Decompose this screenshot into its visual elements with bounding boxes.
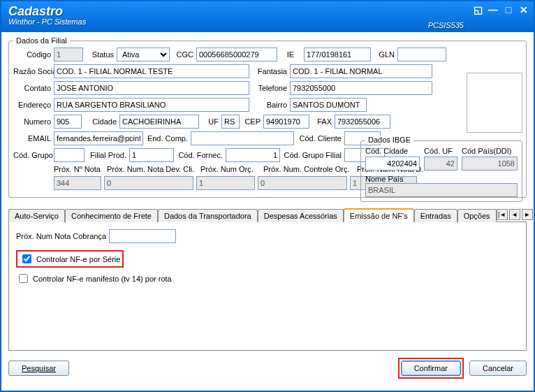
restore-icon[interactable]: ◱ bbox=[472, 4, 483, 15]
cgc-input[interactable] bbox=[196, 48, 277, 61]
label-gln: GLN bbox=[374, 50, 395, 59]
coduf-input[interactable] bbox=[424, 157, 457, 170]
close-icon[interactable]: ✕ bbox=[518, 4, 529, 15]
window-subtitle: Winthor - PC Sistemas bbox=[8, 17, 86, 26]
label-coduf: Cód. UF bbox=[424, 147, 457, 155]
gln-input[interactable] bbox=[397, 48, 446, 61]
tab-emissao-nf[interactable]: Emissão de NF's bbox=[344, 208, 414, 222]
titlebar: Cadastro Winthor - PC Sistemas PCSIS535 … bbox=[1, 1, 534, 32]
ie-input[interactable] bbox=[304, 48, 371, 61]
label-fantasia: Fantasia bbox=[252, 67, 287, 75]
endcomp-input[interactable] bbox=[191, 131, 294, 145]
fantasia-input[interactable] bbox=[290, 64, 432, 78]
tab-transportadora[interactable]: Dados da Transportadora bbox=[158, 209, 258, 222]
uf-input[interactable] bbox=[221, 115, 240, 129]
label-cep: CEP bbox=[242, 117, 261, 126]
label-status: Status bbox=[86, 50, 114, 59]
proxdev-input[interactable] bbox=[104, 176, 193, 190]
label-cidade: Cidade bbox=[85, 117, 117, 126]
label-proxnota: Próx. Nº Nota bbox=[54, 165, 104, 173]
label-codgrupofilial: Cód. Grupo Filial bbox=[283, 151, 342, 159]
label-proxorc: Próx. Num Orç. bbox=[200, 165, 261, 173]
proxnota-input[interactable] bbox=[54, 176, 101, 190]
tab-scroll-left-icon[interactable]: ◄ bbox=[509, 209, 520, 220]
label-nomepais: Nome País bbox=[365, 175, 403, 183]
fax-input[interactable] bbox=[335, 115, 390, 129]
tab-scroll-right-icon[interactable]: ► bbox=[522, 209, 533, 220]
tab-entradas[interactable]: Entradas bbox=[414, 209, 457, 222]
codpais-input[interactable] bbox=[462, 157, 518, 170]
label-numero: Numero bbox=[13, 117, 51, 126]
cep-input[interactable] bbox=[263, 115, 309, 129]
chk-controlar-serie-label: Controlar NF-e por Série bbox=[36, 255, 120, 263]
label-codpais: Cód País(DDI) bbox=[462, 147, 518, 155]
dados-ibge-box: Dados IBGE Cód. Cidade Cód. UF Cód País(… bbox=[360, 140, 522, 202]
label-codigo: Código bbox=[13, 50, 51, 59]
tab-conhecimento[interactable]: Conhecimento de Frete bbox=[65, 209, 158, 222]
label-codfornec: Cód. Fornec. bbox=[177, 151, 223, 159]
window-code: PCSIS535 bbox=[428, 21, 464, 29]
razao-input[interactable] bbox=[54, 64, 249, 78]
label-razao: Razão Social bbox=[13, 67, 51, 75]
tab-autoservico[interactable]: Auto-Serviço bbox=[8, 209, 65, 222]
chk-controlar-serie[interactable] bbox=[22, 254, 31, 263]
label-codgrupo: Cód. Grupo bbox=[13, 151, 51, 159]
pesquisar-button[interactable]: Pesquisar bbox=[8, 361, 69, 376]
label-endcomp: End. Comp. bbox=[146, 134, 188, 143]
label-bairro: Bairro bbox=[252, 101, 287, 109]
minimize-icon[interactable]: — bbox=[488, 4, 499, 15]
email-input[interactable] bbox=[54, 131, 143, 145]
label-ie: IE bbox=[280, 50, 301, 59]
label-cgc: CGC bbox=[173, 50, 193, 59]
chk-manifesto-row[interactable]: Controlar NF-e manifesto (tv 14) por rot… bbox=[16, 272, 519, 285]
confirmar-button[interactable]: Confirmar bbox=[401, 361, 461, 376]
cidade-input[interactable] bbox=[119, 115, 199, 129]
status-select[interactable]: Ativa bbox=[117, 48, 170, 61]
tab-despesas[interactable]: Despesas Acessórias bbox=[258, 209, 344, 222]
label-contato: Contato bbox=[13, 84, 51, 92]
codigo-input[interactable] bbox=[54, 48, 83, 61]
nomepais-input[interactable] bbox=[365, 183, 518, 197]
chk-controlar-serie-row[interactable]: Controlar NF-e por Série bbox=[16, 250, 124, 268]
logo-placeholder bbox=[467, 73, 522, 133]
proxorc-input[interactable] bbox=[196, 176, 255, 190]
fieldset-legend: Dados da Filial bbox=[13, 36, 70, 45]
tab-strip: Auto-Serviço Conhecimento de Frete Dados… bbox=[8, 208, 527, 222]
window-title: Cadastro bbox=[8, 4, 86, 19]
ibge-legend: Dados IBGE bbox=[365, 136, 413, 144]
maximize-icon[interactable]: □ bbox=[503, 4, 514, 15]
label-fax: FAX bbox=[312, 117, 332, 126]
endereco-input[interactable] bbox=[54, 98, 249, 112]
codgrupo-input[interactable] bbox=[54, 148, 85, 162]
label-proxdev: Próx. Num. Nota Dev. Cli. bbox=[107, 165, 198, 173]
codcidade-input[interactable] bbox=[365, 157, 420, 170]
bairro-input[interactable] bbox=[290, 98, 367, 112]
label-endereco: Endereço bbox=[13, 101, 51, 109]
tab-opcoes[interactable]: Opções bbox=[457, 209, 497, 222]
numero-input[interactable] bbox=[54, 115, 82, 129]
filialprod-input[interactable] bbox=[129, 148, 174, 162]
app-window: Cadastro Winthor - PC Sistemas PCSIS535 … bbox=[0, 0, 535, 392]
chk-manifesto-label: Controlar NF-e manifesto (tv 14) por rot… bbox=[33, 275, 172, 283]
cancelar-button[interactable]: Cancelar bbox=[469, 361, 527, 376]
tab-scroll-first-icon[interactable]: |◄ bbox=[497, 209, 508, 220]
label-uf: UF bbox=[202, 117, 219, 126]
label-filialprod: Filial Prod. bbox=[87, 151, 126, 159]
label-prox-cobranca: Próx. Num Nota Cobrança bbox=[16, 232, 106, 240]
tab-body-emissao: Próx. Num Nota Cobrança Controlar NF-e p… bbox=[8, 222, 527, 351]
codfornec-input[interactable] bbox=[226, 148, 280, 162]
label-proxctrl: Próx. Num. Controle Orç. bbox=[263, 165, 354, 173]
label-codcliente: Cód. Cliente bbox=[297, 134, 342, 143]
label-telefone: Telefone bbox=[252, 84, 287, 92]
confirmar-highlight: Confirmar bbox=[398, 358, 464, 379]
label-codcidade: Cód. Cidade bbox=[365, 147, 420, 155]
label-email: EMAIL bbox=[13, 134, 51, 143]
contato-input[interactable] bbox=[54, 81, 249, 95]
telefone-input[interactable] bbox=[290, 81, 432, 95]
proxctrl-input[interactable] bbox=[258, 176, 347, 190]
chk-manifesto[interactable] bbox=[19, 274, 28, 283]
prox-cobranca-input[interactable] bbox=[109, 229, 176, 243]
